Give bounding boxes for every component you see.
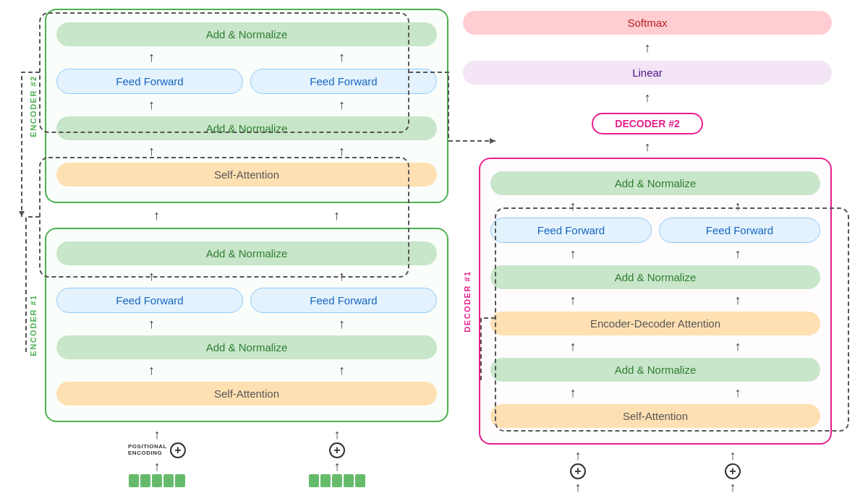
diagram-container: ENCODER #2 Add & Normalize ↑↑ Feed Forwa… [0,0,868,493]
encoder1-label: ENCODER #1 [29,294,38,356]
enc1-bot-arrow1: ↑ [153,428,160,441]
enc1-arrows-ff: ↑↑ [56,269,437,284]
between-enc-arrow2: ↑ [333,209,340,222]
enc1-ff-row: Feed Forward Feed Forward [56,288,437,313]
enc1-add-norm1: Add & Normalize [56,335,437,359]
between-enc-arrow1: ↑ [153,209,160,222]
enc2-self-attn: Self-Attention [56,163,437,187]
dec1-add-norm2: Add & Normalize [490,265,820,289]
enc2-arrows-ff2: ↑↑ [56,98,437,113]
circle-plus-2: + [329,442,345,458]
encoder1-box: Add & Normalize ↑↑ Feed Forward Feed For… [45,228,448,422]
enc1-self-attn: Self-Attention [56,382,437,406]
enc2-add-norm2: Add & Normalize [56,22,437,46]
decoder1-box: Add & Normalize ↑↑ Feed Forward Feed For… [479,158,832,445]
encoder2-box: Add & Normalize ↑↑ Feed Forward Feed For… [45,9,448,203]
encoder-section: ENCODER #2 Add & Normalize ↑↑ Feed Forwa… [29,9,448,486]
decoder1-label: DECODER #1 [463,270,472,332]
decoder2-label: DECODER #2 [592,113,702,134]
enc2-ff-row: Feed Forward Feed Forward [56,69,437,94]
linear-layer: Linear [463,61,832,85]
softmax-layer: Softmax [463,11,832,35]
bottom-arrows: ↑ POSITIONAL ENCODING + ↑ [45,428,448,493]
dec1-self-attn: Self-Attention [490,404,820,428]
dec1-enc-dec-attn: Encoder-Decoder Attention [490,312,820,335]
decoder-section: Softmax ↑ Linear ↑ DECODER #2 ↑ DECODER … [463,9,832,486]
circle-plus-3: + [570,463,586,479]
softmax-arrow: ↑ [463,41,832,54]
decoder2-label-row: DECODER #2 [463,108,832,136]
dec1-ff-row: Feed Forward Feed Forward [490,218,820,243]
circle-plus-4: + [725,463,741,479]
encoder2-label: ENCODER #2 [29,75,38,137]
token-x2: x₂ Machines [309,474,365,493]
dec1-add-norm1: Add & Normalize [490,358,820,382]
dec1-add-norm3: Add & Normalize [490,171,820,195]
dec-bottom-inputs: ↑ + ↑ ↑ + ↑ [479,449,832,493]
enc1-add-norm2: Add & Normalize [56,241,437,265]
linear-arrow: ↑ [463,91,832,104]
enc2-arrows-ff: ↑↑ [56,50,437,65]
enc2-add-norm1: Add & Normalize [56,116,437,140]
enc2-arrows-sa: ↑↑ [56,144,437,159]
enc1-arrows-ff2: ↑↑ [56,317,437,332]
enc1-bot-arrow2: ↑ [333,428,340,441]
circle-plus-1: + [170,442,186,458]
enc1-arrows-sa: ↑↑ [56,363,437,378]
token-x1: x₁ Thinking [129,474,185,493]
dec2-arrow: ↑ [463,140,832,153]
